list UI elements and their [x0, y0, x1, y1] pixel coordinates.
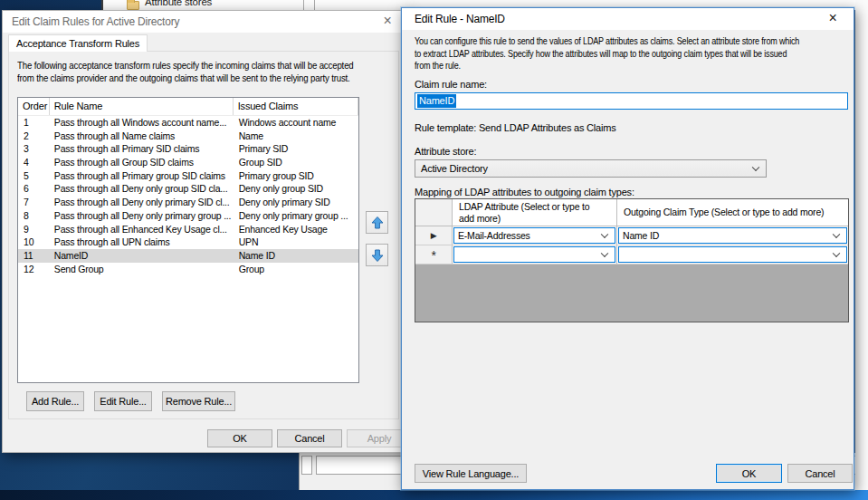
claim-rule-row-3[interactable]: 3Pass through all Primary SID claimsPrim… — [18, 142, 358, 156]
move-rule-down-button[interactable] — [366, 244, 388, 266]
move-rule-up-button[interactable] — [366, 211, 388, 234]
mapping-grid: LDAP Attribute (Select or type to add mo… — [415, 198, 849, 322]
pane-divider — [303, 0, 304, 10]
close-icon[interactable]: × — [823, 8, 843, 28]
claim-rule-cell-order: 7 — [18, 196, 50, 209]
claim-rules-list-header: Order Rule Name Issued Claims — [18, 98, 358, 116]
new-row-indicator: * — [415, 245, 453, 264]
claim-rule-row-5[interactable]: 5Pass through all Primary group SID clai… — [18, 169, 358, 183]
outgoing-claim-value: Name ID — [623, 230, 659, 241]
claim-rule-cell-order: 5 — [18, 169, 50, 183]
attribute-store-dropdown[interactable]: Active Directory — [415, 159, 767, 178]
claim-rule-cell-issued-claims: Enhanced Key Usage — [234, 223, 358, 236]
claim-rule-cell-issued-claims: Primary group SID — [234, 169, 358, 183]
claim-rule-cell-order: 8 — [18, 209, 50, 223]
mapping-row-current: ▶ E-Mail-Addresses Name ID — [415, 226, 848, 245]
claim-rule-cell-issued-claims: Deny only primary group ... — [234, 209, 358, 223]
left-dialog-titlebar[interactable]: Edit Claim Rules for Active Directory × — [3, 11, 408, 33]
claim-rule-row-8[interactable]: 8Pass through all Deny only primary grou… — [18, 209, 358, 223]
ldap-attribute-column-header[interactable]: LDAP Attribute (Select or type to add mo… — [453, 199, 617, 226]
claim-rule-cell-issued-claims: UPN — [234, 236, 358, 249]
left-dialog-title: Edit Claim Rules for Active Directory — [12, 11, 179, 33]
chevron-down-icon — [601, 249, 608, 256]
claim-rule-cell-order: 6 — [18, 182, 50, 196]
claim-rule-row-6[interactable]: 6Pass through all Deny only group SID cl… — [18, 182, 358, 196]
right-ok-button[interactable]: OK — [716, 464, 782, 483]
ldap-attribute-combo-empty[interactable] — [453, 246, 615, 263]
attribute-store-label: Attribute store: — [415, 146, 476, 157]
claim-rule-cell-rule-name: Pass through all Deny only primary group… — [50, 209, 234, 223]
claim-rule-cell-order: 3 — [18, 142, 50, 156]
claim-rule-cell-rule-name: Pass through all Name claims — [50, 130, 234, 143]
right-cancel-button[interactable]: Cancel — [787, 464, 853, 483]
claim-rule-cell-order: 10 — [18, 236, 50, 249]
left-cancel-button[interactable]: Cancel — [277, 429, 342, 447]
claim-rule-row-9[interactable]: 9Pass through all Enhanced Key Usage cl.… — [18, 223, 358, 236]
claim-rule-cell-issued-claims: Primary SID — [234, 142, 358, 156]
outgoing-claim-combo-empty[interactable] — [618, 246, 847, 263]
claim-rule-row-2[interactable]: 2Pass through all Name claimsName — [18, 130, 358, 143]
claim-rule-row-4[interactable]: 4Pass through all Group SID claimsGroup … — [18, 156, 358, 169]
outgoing-claim-cell: Name ID — [617, 226, 848, 245]
claim-rule-row-7[interactable]: 7Pass through all Deny only primary SID … — [18, 196, 358, 209]
background-window-right — [855, 0, 868, 490]
down-arrow-icon — [370, 248, 385, 263]
claim-rule-cell-issued-claims: Group SID — [234, 156, 358, 169]
chevron-down-icon — [752, 163, 759, 170]
claim-rule-cell-rule-name: Pass through all Group SID claims — [50, 156, 234, 169]
claim-rule-cell-rule-name: Pass through all Deny only primary SID c… — [50, 196, 234, 209]
row-indicator-header — [415, 199, 453, 226]
claim-rule-row-10[interactable]: 10Pass through all UPN claimsUPN — [18, 236, 358, 249]
ldap-attribute-combo[interactable]: E-Mail-Addresses — [453, 227, 615, 244]
remove-rule-button[interactable]: Remove Rule... — [162, 391, 235, 411]
claim-rule-cell-order: 2 — [18, 130, 50, 143]
claim-rule-row-1[interactable]: 1Pass through all Windows account name..… — [18, 116, 358, 130]
claim-rule-cell-rule-name: Send Group — [50, 263, 234, 276]
mapping-grid-header: LDAP Attribute (Select or type to add mo… — [415, 199, 848, 226]
column-header-rule-name[interactable]: Rule Name — [50, 98, 234, 115]
ldap-attribute-cell — [453, 245, 617, 264]
claim-rule-row-12[interactable]: 12Send GroupGroup — [18, 263, 358, 276]
edit-rule-button[interactable]: Edit Rule... — [94, 391, 152, 411]
claim-rule-name-input[interactable]: NameID — [415, 92, 848, 110]
claim-rule-cell-issued-claims: Deny only primary SID — [234, 196, 358, 209]
view-rule-language-button[interactable]: View Rule Language... — [415, 464, 527, 483]
ldap-attribute-cell: E-Mail-Addresses — [453, 226, 617, 245]
attribute-store-value: Active Directory — [421, 163, 488, 174]
mapping-row-new: * — [415, 245, 848, 264]
ldap-attribute-value: E-Mail-Addresses — [458, 230, 530, 241]
claim-rule-cell-rule-name: Pass through all Windows account name... — [50, 116, 234, 130]
attribute-stores-label: Attribute stores — [145, 0, 212, 7]
claim-rule-cell-order: 9 — [18, 223, 50, 236]
chevron-down-icon — [601, 230, 608, 237]
claim-rule-name-label: Claim rule name: — [415, 79, 487, 90]
rule-template-label: Rule template: Send LDAP Attributes as C… — [415, 122, 616, 133]
column-header-order[interactable]: Order — [18, 98, 50, 115]
column-header-issued-claims[interactable]: Issued Claims — [234, 98, 358, 115]
outgoing-claim-combo[interactable]: Name ID — [618, 227, 847, 244]
right-dialog-title: Edit Rule - NameID — [415, 8, 505, 30]
close-icon[interactable]: × — [377, 11, 397, 31]
tab-acceptance-transform-rules[interactable]: Acceptance Transform Rules — [8, 34, 148, 52]
claim-rule-cell-rule-name: NameID — [50, 249, 234, 263]
claim-rule-cell-rule-name: Pass through all Deny only group SID cla… — [50, 182, 234, 196]
pane-divider — [314, 0, 315, 10]
rules-description: The following acceptance transform rules… — [17, 60, 415, 84]
left-ok-button[interactable]: OK — [207, 429, 272, 447]
mapping-label: Mapping of LDAP attributes to outgoing c… — [415, 187, 634, 197]
claim-rule-row-11[interactable]: 11NameIDName ID — [18, 249, 358, 263]
claim-rule-cell-rule-name: Pass through all Enhanced Key Usage cl..… — [50, 223, 234, 236]
add-rule-button[interactable]: Add Rule... — [26, 391, 84, 411]
claim-rule-cell-order: 12 — [18, 263, 50, 276]
claim-rules-list-body: 1Pass through all Windows account name..… — [18, 116, 358, 275]
edit-rule-nameid-dialog: Edit Rule - NameID × You can configure t… — [401, 7, 854, 490]
up-arrow-icon — [370, 216, 385, 230]
claim-rule-cell-issued-claims: Name — [234, 130, 358, 143]
claim-rule-cell-issued-claims: Windows account name — [234, 116, 358, 130]
claim-rules-list[interactable]: Order Rule Name Issued Claims 1Pass thro… — [17, 97, 359, 383]
current-row-indicator: ▶ — [415, 226, 453, 245]
claim-rule-cell-rule-name: Pass through all UPN claims — [50, 236, 234, 249]
claim-rule-cell-issued-claims: Name ID — [234, 249, 358, 263]
right-dialog-titlebar[interactable]: Edit Rule - NameID × — [402, 8, 854, 30]
outgoing-claim-column-header[interactable]: Outgoing Claim Type (Select or type to a… — [617, 199, 848, 226]
